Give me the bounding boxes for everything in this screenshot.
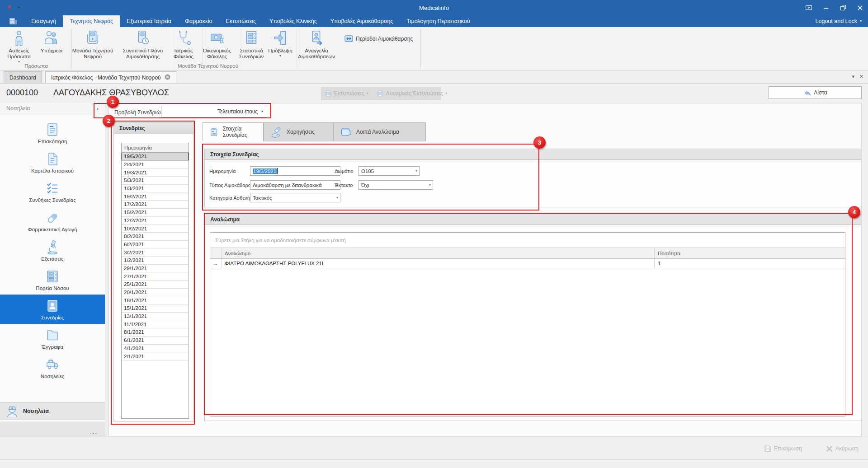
quantity-column-header[interactable]: Ποσότητα [655, 248, 845, 258]
session-date-row[interactable]: 10/2/2021 [122, 225, 189, 233]
room-field[interactable]: Ο105 ▾ [359, 166, 420, 176]
application-icon[interactable] [0, 15, 24, 27]
patients-icon [10, 29, 28, 47]
collapse-icon[interactable]: ‹ [97, 105, 99, 112]
close-icon[interactable] [858, 5, 863, 10]
sidebar-item-eggrafa[interactable]: Έγγραφα [0, 324, 105, 353]
session-date-row[interactable]: 8/1/2021 [122, 328, 189, 337]
minimize-icon[interactable] [824, 5, 829, 10]
sidebar-item-episkopisi[interactable]: Επισκόπηση [0, 118, 105, 148]
session-date-row[interactable]: 20/1/2021 [122, 289, 189, 297]
session-date-row[interactable]: 2/4/2021 [122, 161, 189, 169]
session-date-row[interactable]: 25/1/2021 [122, 281, 189, 289]
session-date-row[interactable]: 2/1/2021 [122, 352, 189, 360]
sidebar-item-kartela-istorikou[interactable]: Καρτέλα Ιστορικού [0, 148, 105, 177]
sidebar-item-nosileies[interactable]: Νοσηλείες [0, 353, 105, 383]
sidebar-item-synedries[interactable]: Συνεδρίες [0, 295, 105, 324]
emergency-field[interactable]: Όχι ▾ [359, 180, 433, 190]
ribbon-button-dialysis-periods[interactable]: Περίοδοι Αιμοκάθαρσης [340, 35, 417, 42]
consumable-column-header[interactable]: Αναλώσιμο [222, 248, 655, 258]
menu-tab-exoterika-iatreia[interactable]: Εξωτερικά Ιατρεία [120, 15, 178, 27]
tab-session-details[interactable]: Στοιχεία Συνεδρίας [203, 122, 264, 141]
ribbon-button-dialysis-unit[interactable]: Μονάδα Τεχνητού Νεφρού [68, 28, 118, 60]
dialysis-type-field[interactable]: Αιμοκάθαρση με διτανθρακικά ▾ [250, 180, 340, 190]
session-date-row[interactable]: 1/2/2021 [122, 257, 189, 265]
menu-tab-timologisi[interactable]: Τιμολόγηση Περιστατικού [400, 15, 477, 27]
tab-close-icon[interactable] [165, 74, 170, 81]
session-date-row[interactable]: 1/3/2021 [122, 185, 189, 193]
session-date-row[interactable]: 18/1/2021 [122, 296, 189, 304]
ribbon-button-medical-file[interactable]: Ιατρικός Φάκελος [168, 28, 199, 60]
ribbon-button-patients[interactable]: Ασθενείς Πρόσωπα▾ [3, 28, 35, 64]
list-button[interactable]: Λίστα [769, 86, 862, 99]
menu-tab-texnitos-nefros[interactable]: Τεχνητός Νεφρός [63, 15, 120, 27]
ribbon-button-session-stats[interactable]: Στατιστικά Συνεδριών [235, 28, 268, 60]
session-view-dropdown[interactable]: Τελευταίου έτους ▾ [161, 106, 267, 117]
doc-tab-dashboard[interactable]: Dashboard [4, 71, 42, 83]
announcement-icon [308, 29, 325, 47]
sidebar-footer-nosileia[interactable]: Νοσηλεία [0, 402, 105, 420]
session-date-row[interactable]: 19/5/2021 [122, 153, 189, 161]
ribbon-button-announcement[interactable]: Αναγγελία Αιμοκαθάρσεων [293, 28, 340, 60]
print-button[interactable]: Εκτυπώσεις ▾ [325, 90, 368, 97]
session-date-row[interactable]: 12/2/2021 [122, 217, 189, 225]
session-date-row[interactable]: 19/2/2021 [122, 192, 189, 201]
dynamic-print-button[interactable]: Δυναμικές Εκτυπώσεις ▾ [377, 90, 448, 97]
ambulance-icon [45, 357, 60, 372]
disease-progress-icon [45, 269, 60, 284]
cancel-button[interactable]: Ακύρωση [826, 443, 859, 454]
confirm-button[interactable]: Επικύρωση [764, 443, 802, 454]
session-date-row[interactable]: 11/1/2021 [122, 320, 189, 328]
quick-access-arrow-icon[interactable]: ▾ [18, 6, 20, 9]
session-date-row[interactable]: 17/2/2021 [122, 201, 189, 209]
date-field[interactable]: 19/5/2021 ▾ [250, 166, 340, 176]
tray-icon[interactable] [806, 5, 812, 10]
main-workspace: Προβολή Συνεδριών Τελευταίου έτους ▾ Συν… [108, 103, 862, 437]
consumable-row[interactable]: → ΦΙΛΤΡΟ ΑΙΜΟΚΑΘΑΡΣΗΣ POLYFLUX 21L 1 [210, 259, 845, 268]
patient-category-field[interactable]: Τακτικός ▾ [250, 193, 340, 202]
session-date-row[interactable]: 3/2/2021 [122, 248, 189, 257]
menu-tab-ypovoles-aimokatharsis[interactable]: Υποβολές Αιμοκάθαρσης [324, 15, 400, 27]
chevron-down-icon: ▾ [367, 92, 368, 95]
sidebar-overflow-button[interactable]: ... [0, 421, 105, 437]
session-date-row[interactable]: 15/1/2021 [122, 304, 189, 313]
session-date-row[interactable]: 19/3/2021 [122, 168, 189, 177]
tab-administrations[interactable]: Χορηγήσεις [264, 122, 333, 141]
menu-tab-ektyposeis[interactable]: Εκτυπώσεις [219, 15, 263, 27]
tabstrip-dropdown-icon[interactable]: ▾ [852, 74, 854, 79]
ribbon-group-label-prosopa: Πρόσωπα [5, 63, 68, 69]
ribbon-button-dialysis-plan[interactable]: Συνοπτικό Πλάνο Αιμοκάθαρσης [118, 28, 168, 60]
ribbon-button-forecast[interactable]: Πρόβλεψη ▾ [268, 28, 293, 58]
menu-tab-farmakeio[interactable]: Φαρμακείο [178, 15, 219, 27]
session-date-row[interactable]: 15/2/2021 [122, 209, 189, 217]
sidebar-item-poreia-nosou[interactable]: Πορεία Νόσου [0, 265, 105, 295]
session-date-row[interactable]: 29/1/2021 [122, 265, 189, 273]
chevron-down-icon: ▾ [415, 169, 417, 173]
session-date-row[interactable]: 4/1/2021 [122, 345, 189, 353]
menu-tab-eisagogi[interactable]: Εισαγωγή [24, 15, 63, 27]
sidebar-item-synthikes-synedrias[interactable]: Συνθήκες Συνεδρίας [0, 177, 105, 206]
ribbon-button-guarantors[interactable]: Υπόχρεοι [35, 28, 68, 54]
row-indicator-icon: → [213, 261, 218, 266]
microscope-icon [45, 239, 60, 255]
session-date-row[interactable]: 27/1/2021 [122, 272, 189, 281]
dialysis-type-label: Τύπος Αιμοκάθαρσης [209, 183, 256, 188]
session-date-row[interactable]: 6/2/2021 [122, 241, 189, 249]
group-by-hint[interactable]: Σύρετε μια Στήλη για να ομαδοποιήσετε σύ… [210, 233, 845, 248]
session-date-row[interactable]: 5/3/2021 [122, 177, 189, 185]
session-date-row[interactable]: 13/1/2021 [122, 313, 189, 321]
menu-tab-ypovoles-klinikis[interactable]: Υποβολές Κλινικής [263, 15, 324, 27]
session-date-row[interactable]: 6/1/2021 [122, 337, 189, 345]
date-column-header[interactable]: Ημερομηνία [122, 143, 189, 153]
restore-icon[interactable] [840, 5, 846, 10]
sessions-panel-title: Συνεδρίες [114, 123, 193, 134]
doc-tab-medical-file[interactable]: Ιατρικός Φάκελος - Μονάδα Τεχνητού Νεφρο… [45, 71, 176, 83]
logout-and-lock-button[interactable]: Logout and Lock ▾ [816, 15, 862, 27]
session-date-row[interactable]: 8/2/2021 [122, 233, 189, 241]
tab-other-consumables[interactable]: Λοιπά Αναλώσιμα [333, 122, 426, 141]
sidebar-header[interactable]: Νοσηλεία ‹ [0, 103, 105, 114]
ribbon-button-financial-file[interactable]: Οικονομικός Φάκελος [199, 28, 235, 60]
sidebar-item-farmakeutiki-agogi[interactable]: Φαρμακευτική Αγωγή [0, 206, 105, 236]
tabstrip-close-icon[interactable]: ✕ [859, 74, 863, 79]
sidebar-item-exetaseis[interactable]: Εξετάσεις [0, 236, 105, 265]
